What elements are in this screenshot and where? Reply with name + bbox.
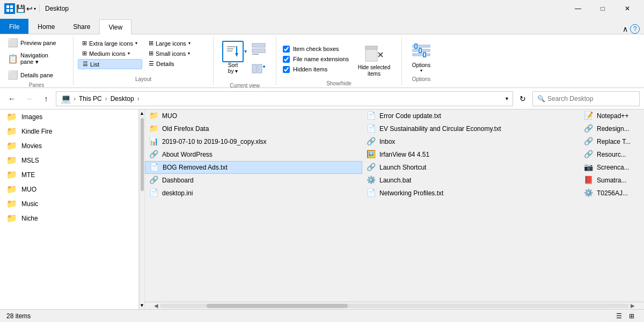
preview-pane-button[interactable]: ⬜ Preview pane <box>4 36 69 49</box>
hidden-items-checkbox[interactable] <box>283 66 290 73</box>
search-input[interactable] <box>547 95 635 103</box>
navigation-pane-button[interactable]: 📋 Navigationpane ▾ <box>4 51 69 67</box>
medium-icons-button[interactable]: ⊞ Medium icons ▾ <box>78 49 142 58</box>
v-scrollbar[interactable]: ▲ ▼ <box>139 109 144 309</box>
hidden-items-row[interactable]: Hidden items <box>283 66 349 73</box>
breadcrumb-desktop[interactable]: Desktop <box>109 95 135 103</box>
minimize-button[interactable]: — <box>566 0 590 17</box>
file-item-desktop-ini[interactable]: 📄 desktop.ini <box>145 187 362 200</box>
qat-dropdown-icon[interactable]: ▾ <box>34 6 36 11</box>
sidebar-item-mte[interactable]: 📁 MTE <box>0 167 138 182</box>
view-options <box>248 39 269 82</box>
file-item-muo[interactable]: 📁 MUO <box>145 109 362 122</box>
file-item-redesign[interactable]: 🔗 Redesign... <box>580 122 644 135</box>
sidebar-item-niche[interactable]: 📁 Niche <box>0 211 138 225</box>
sidebar-label: Music <box>21 200 38 208</box>
back-button[interactable]: ← <box>4 91 19 106</box>
folder-icon: 📁 <box>6 199 17 209</box>
tab-file[interactable]: File <box>0 19 28 34</box>
file-item-inbox[interactable]: 🔗 Inbox <box>362 135 580 148</box>
file-item-resource[interactable]: 🔗 Resourc... <box>580 148 644 161</box>
sort-button[interactable]: ▼ Sort by ▾ <box>220 39 246 76</box>
file-item-sumatra[interactable]: 📕 Sumatra... <box>580 174 644 187</box>
up-button[interactable]: ↑ <box>39 91 54 106</box>
details-pane-button[interactable]: ⬜ Details pane <box>4 69 69 81</box>
sidebar-item-muo[interactable]: 📁 MUO <box>0 182 138 196</box>
sidebar-item-images[interactable]: 📁 Images <box>0 109 138 124</box>
save-qat-icon[interactable]: 💾 <box>16 4 25 13</box>
svg-rect-3 <box>10 9 13 12</box>
list-button[interactable]: ☰ List <box>78 59 142 69</box>
tab-view[interactable]: View <box>99 19 131 34</box>
maximize-button[interactable]: □ <box>590 0 615 17</box>
svg-rect-5 <box>227 48 233 49</box>
file-item-bog[interactable]: 📄 BOG Removed Ads.txt <box>145 161 362 174</box>
file-name-extensions-checkbox[interactable] <box>283 56 290 63</box>
breadcrumb-separator-2: › <box>105 95 107 103</box>
add-columns-button[interactable] <box>250 60 267 79</box>
item-check-boxes-row[interactable]: Item check boxes <box>283 46 349 53</box>
details-button[interactable]: ☰ Details <box>144 59 209 68</box>
undo-qat-icon[interactable]: ↩ <box>26 4 33 13</box>
tab-home[interactable]: Home <box>28 19 64 34</box>
options-dropdown[interactable]: ▾ <box>420 68 422 73</box>
extra-large-icons-button[interactable]: ⊞ Extra large icons ▾ <box>78 39 142 48</box>
scroll-up-arrow[interactable]: ▲ <box>138 109 145 117</box>
medium-icons-icon: ⊞ <box>82 50 87 57</box>
large-icons-button[interactable]: ⊞ Large icons ▾ <box>144 39 209 48</box>
address-path[interactable]: 💻 › This PC › Desktop › ▾ <box>56 91 513 106</box>
file-item-error-code[interactable]: 📄 Error Code update.txt <box>362 109 580 122</box>
file-item-screenca[interactable]: 📷 Screenca... <box>580 161 644 174</box>
panes-content: ⬜ Preview pane 📋 Navigationpane ▾ ⬜ Deta… <box>4 36 69 81</box>
extra-large-dropdown[interactable]: ▾ <box>135 41 137 46</box>
close-button[interactable]: ✕ <box>615 0 640 17</box>
scroll-left-arrow[interactable]: ◀ <box>152 302 160 310</box>
show-hide-label: Show/hide <box>283 79 395 87</box>
file-item-replace[interactable]: 🔗 Replace T... <box>580 135 644 148</box>
forward-button[interactable]: → <box>21 91 36 106</box>
h-scroll-thumb[interactable] <box>207 304 347 308</box>
v-scroll-thumb[interactable] <box>141 118 144 191</box>
file-name-extensions-row[interactable]: File name extensions <box>283 56 349 63</box>
help-icon[interactable]: ? <box>630 24 640 34</box>
file-item-t0256[interactable]: ⚙️ T0256AJ... <box>580 187 644 200</box>
file-item-xlsx[interactable]: 📊 2019-07-10 to 2019-10-09_copy.xlsx <box>145 135 362 148</box>
sidebar-item-msls[interactable]: 📁 MSLS <box>0 153 138 167</box>
breadcrumb-this-pc[interactable]: This PC <box>78 95 103 103</box>
preview-pane-label: Preview pane <box>20 40 56 46</box>
scroll-right-arrow[interactable]: ▶ <box>629 302 636 310</box>
options-button[interactable]: Options ▾ <box>408 39 434 75</box>
windows-icon <box>4 3 15 14</box>
hide-selected-items-button[interactable]: Hide selected items <box>353 39 395 79</box>
search-box[interactable]: 🔍 <box>532 91 640 106</box>
file-item-networking[interactable]: 📄 Networking Profiles.txt <box>362 187 580 200</box>
file-item-wordpress[interactable]: 🔗 About WordPress <box>145 148 362 161</box>
details-view-toggle[interactable]: ☰ <box>613 311 625 321</box>
collapse-ribbon-icon[interactable]: ∧ <box>623 25 628 33</box>
large-icons-dropdown[interactable]: ▾ <box>188 41 191 46</box>
small-icons-button[interactable]: ⊞ Small icons ▾ <box>144 49 209 58</box>
file-item-ev[interactable]: 📄 EV Sustainability and Circular Economy… <box>362 122 580 135</box>
file-item-notepad[interactable]: 📝 Notepad++ <box>580 109 644 122</box>
tab-share[interactable]: Share <box>64 19 99 34</box>
file-item-old-firefox[interactable]: 📁 Old Firefox Data <box>145 122 362 135</box>
refresh-button[interactable]: ↻ <box>515 91 530 106</box>
h-scroll-track[interactable] <box>160 304 629 308</box>
group-by-button[interactable] <box>250 41 267 60</box>
item-check-boxes-checkbox[interactable] <box>283 46 290 53</box>
file-icon: 🔗 <box>149 150 159 159</box>
large-icons-toggle[interactable]: ⊞ <box>626 311 638 321</box>
file-item-launch-bat[interactable]: ⚙️ Launch.bat <box>362 174 580 187</box>
address-bar: ← → ↑ 💻 › This PC › Desktop › ▾ ↻ 🔍 <box>0 88 644 109</box>
scroll-down-arrow[interactable]: ▼ <box>138 302 145 309</box>
sidebar-item-music[interactable]: 📁 Music <box>0 196 138 211</box>
small-icons-dropdown[interactable]: ▾ <box>188 51 190 56</box>
file-icon: 📄 <box>149 188 159 198</box>
medium-icons-dropdown[interactable]: ▾ <box>128 51 130 56</box>
file-item-launch-shortcut[interactable]: 🔗 Launch Shortcut <box>362 161 580 174</box>
file-item-dashboard[interactable]: 🔗 Dashboard <box>145 174 362 187</box>
sidebar-item-movies[interactable]: 📁 Movies <box>0 138 138 153</box>
file-item-irfanview[interactable]: 🖼️ IrfanView 64 4.51 <box>362 148 580 161</box>
path-dropdown-icon[interactable]: ▾ <box>506 96 508 101</box>
sidebar-item-kindle[interactable]: 📁 Kindle Fire <box>0 124 138 138</box>
